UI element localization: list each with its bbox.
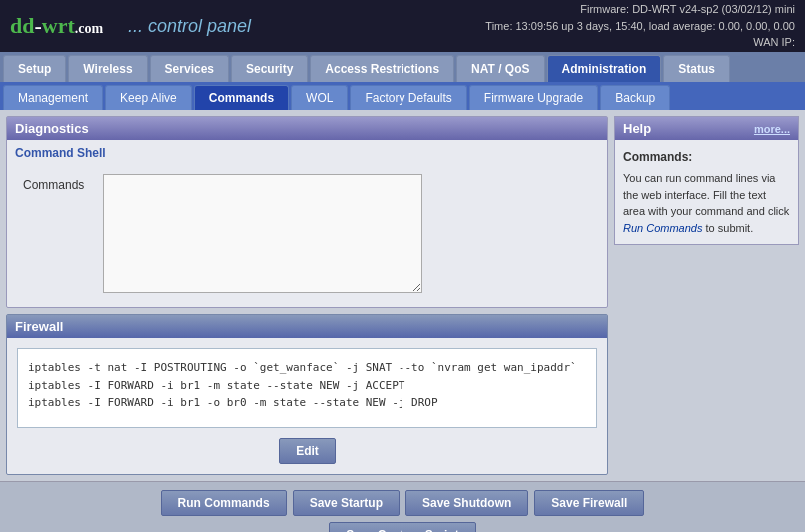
help-box: Help more... Commands: You can run comma… <box>614 116 799 245</box>
diagnostics-content: Command Shell Commands <box>7 140 607 307</box>
help-commands-text: You can run command lines via the web in… <box>623 170 790 236</box>
header: dd-wrt.com ... control panel Firmware: D… <box>0 0 805 52</box>
nav-tab-administration[interactable]: Administration <box>547 55 662 82</box>
firewall-line3: iptables -I FORWARD -i br1 -o br0 -m sta… <box>28 394 586 412</box>
firewall-header: Firewall <box>7 315 607 338</box>
firewall-line1: iptables -t nat -I POSTROUTING -o `get_w… <box>28 359 586 377</box>
help-text-before: You can run command lines via the web in… <box>623 172 789 217</box>
wan-ip-text: WAN IP: <box>485 34 795 51</box>
logo-text: dd-wrt.com <box>10 13 103 39</box>
nav-tab-services[interactable]: Services <box>150 55 229 82</box>
help-text-after: to submit. <box>702 222 753 234</box>
logo-image: dd-wrt.com <box>10 7 110 45</box>
help-more-link[interactable]: more... <box>754 123 790 135</box>
edit-button[interactable]: Edit <box>279 438 336 464</box>
edit-btn-row: Edit <box>17 438 597 464</box>
sub-tab-firmware-upgrade[interactable]: Firmware Upgrade <box>469 85 598 110</box>
help-content: Commands: You can run command lines via … <box>615 140 798 244</box>
commands-label: Commands <box>23 174 93 192</box>
help-title: Help <box>623 121 651 136</box>
nav-tabs: SetupWirelessServicesSecurityAccess Rest… <box>0 52 805 82</box>
nav-tab-security[interactable]: Security <box>231 55 308 82</box>
buttons-bottom-row: Save Custom Script <box>329 522 475 532</box>
diagnostics-section: Diagnostics Command Shell Commands <box>6 116 608 308</box>
nav-tab-wireless[interactable]: Wireless <box>68 55 147 82</box>
control-panel-label: ... control panel <box>128 16 251 37</box>
save-startup-button[interactable]: Save Startup <box>293 490 400 516</box>
save-firewall-button[interactable]: Save Firewall <box>534 490 644 516</box>
run-commands-button[interactable]: Run Commands <box>161 490 287 516</box>
save-shutdown-button[interactable]: Save Shutdown <box>405 490 528 516</box>
nav-tab-nat-/-qos[interactable]: NAT / QoS <box>456 55 544 82</box>
nav-tab-access-restrictions[interactable]: Access Restrictions <box>310 55 454 82</box>
sub-tab-management[interactable]: Management <box>3 85 103 110</box>
diagnostics-header: Diagnostics <box>7 117 607 140</box>
logo: dd-wrt.com ... control panel <box>10 7 251 45</box>
sub-tab-backup[interactable]: Backup <box>600 85 670 110</box>
help-commands-title: Commands: <box>623 148 790 166</box>
right-panel: Help more... Commands: You can run comma… <box>614 116 799 475</box>
firewall-content: iptables -t nat -I POSTROUTING -o `get_w… <box>7 338 607 474</box>
sub-tab-commands[interactable]: Commands <box>194 85 289 110</box>
firewall-line2: iptables -I FORWARD -i br1 -m state --st… <box>28 377 586 395</box>
header-info: Firmware: DD-WRT v24-sp2 (03/02/12) mini… <box>485 1 795 51</box>
buttons-row: Run Commands Save Startup Save Shutdown … <box>0 481 805 532</box>
help-run-commands-link: Run Commands <box>623 222 702 234</box>
firmware-text: Firmware: DD-WRT v24-sp2 (03/02/12) mini <box>485 1 795 18</box>
nav-tab-setup[interactable]: Setup <box>3 55 66 82</box>
buttons-top-row: Run Commands Save Startup Save Shutdown … <box>161 490 645 516</box>
main-content: Diagnostics Command Shell Commands Firew… <box>0 110 805 481</box>
firewall-section: Firewall iptables -t nat -I POSTROUTING … <box>6 314 608 475</box>
firewall-title: Firewall <box>15 319 63 334</box>
save-custom-script-button[interactable]: Save Custom Script <box>329 522 475 532</box>
sub-tab-wol[interactable]: WOL <box>291 85 348 110</box>
left-panel: Diagnostics Command Shell Commands Firew… <box>6 116 608 475</box>
help-header: Help more... <box>615 117 798 140</box>
command-shell: Commands <box>15 166 599 301</box>
sub-tab-keep-alive[interactable]: Keep Alive <box>105 85 192 110</box>
firewall-code: iptables -t nat -I POSTROUTING -o `get_w… <box>17 348 597 428</box>
time-text: Time: 13:09:56 up 3 days, 15:40, load av… <box>485 18 795 35</box>
diagnostics-title: Diagnostics <box>15 121 89 136</box>
command-shell-label: Command Shell <box>15 146 599 160</box>
command-textarea[interactable] <box>103 174 422 293</box>
nav-tab-status[interactable]: Status <box>663 55 730 82</box>
sub-tab-factory-defaults[interactable]: Factory Defaults <box>350 85 466 110</box>
sub-tabs: ManagementKeep AliveCommandsWOLFactory D… <box>0 82 805 110</box>
